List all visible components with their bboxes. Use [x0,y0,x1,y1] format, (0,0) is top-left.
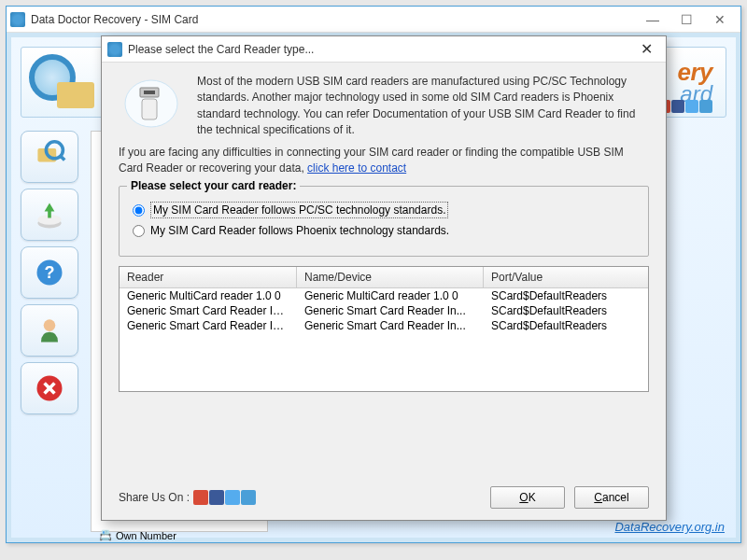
share-icon[interactable] [241,490,256,505]
col-port[interactable]: Port/Value [484,267,648,287]
usb-reader-icon [119,74,184,133]
readers-table: Reader Name/Device Port/Value Generic Mu… [119,266,649,392]
cancel-button[interactable]: Cancel [574,486,649,509]
tree-own-number[interactable]: 📇 Own Number [95,527,263,543]
table-row[interactable]: Generic Smart Card Reader Int... Generic… [120,318,648,333]
svg-text:?: ? [45,263,55,282]
col-reader[interactable]: Reader [120,267,297,287]
facebook-icon[interactable] [671,100,684,113]
table-body: Generic MultiCard reader 1.0 0 Generic M… [120,288,648,391]
twitter-icon[interactable] [225,490,240,505]
exit-button[interactable] [21,362,78,414]
dialog-footer: Share Us On : OK Cancel [119,479,649,509]
info-paragraph-2: If you are facing any difficulties in co… [119,145,649,177]
minimize-button[interactable]: — [636,9,669,30]
dialog-title: Please select the Card Reader type... [128,43,632,56]
svg-line-2 [60,155,64,160]
help-button[interactable]: ? [21,246,78,299]
footer-website-link[interactable]: DataRecovery.org.in [614,520,725,534]
table-header: Reader Name/Device Port/Value [120,267,648,288]
scan-sim-button[interactable] [21,131,78,183]
table-row[interactable]: Generic Smart Card Reader Int... Generic… [120,303,648,318]
twitter-icon[interactable] [685,100,698,113]
radio-pcsc[interactable]: My SIM Card Reader follows PC/SC technol… [133,202,635,218]
svg-rect-14 [142,99,157,119]
share-icon[interactable] [699,100,712,113]
ok-button[interactable]: OK [490,486,565,509]
maximize-button[interactable]: ☐ [669,9,703,30]
dialog-close-button[interactable]: ✕ [632,40,660,58]
radio-pcsc-input[interactable] [133,204,145,217]
recover-button[interactable] [21,189,78,241]
app-icon [10,12,25,27]
close-button[interactable]: ✕ [703,9,737,30]
main-window-title: Data Doctor Recovery - SIM Card [31,13,636,26]
fieldset-legend: Please select your card reader: [127,179,300,192]
contact-icon: 📇 [99,529,112,541]
left-toolbar: ? [21,131,82,414]
googleplus-icon[interactable] [193,490,208,505]
card-reader-dialog: Please select the Card Reader type... ✕ … [101,35,667,521]
dialog-body: Most of the modern USB SIM card readers … [102,63,666,520]
svg-point-7 [44,319,56,331]
radio-phoenix-input[interactable] [133,225,145,237]
facebook-icon[interactable] [209,490,224,505]
info-paragraph-1: Most of the modern USB SIM card readers … [197,74,649,139]
contact-link[interactable]: click here to contact [307,161,406,175]
dialog-icon [107,42,122,57]
share-label: Share Us On : [119,491,190,504]
card-reader-fieldset: Please select your card reader: My SIM C… [119,186,649,257]
table-row[interactable]: Generic MultiCard reader 1.0 0 Generic M… [120,288,648,303]
support-button[interactable] [21,304,78,357]
radio-phoenix[interactable]: My SIM Card Reader follows Phoenix techn… [133,224,635,237]
svg-rect-13 [144,91,155,94]
col-name[interactable]: Name/Device [297,267,484,287]
main-titlebar: Data Doctor Recovery - SIM Card — ☐ ✕ [7,7,740,33]
dialog-titlebar: Please select the Card Reader type... ✕ [102,36,666,63]
share-icons [193,490,256,505]
